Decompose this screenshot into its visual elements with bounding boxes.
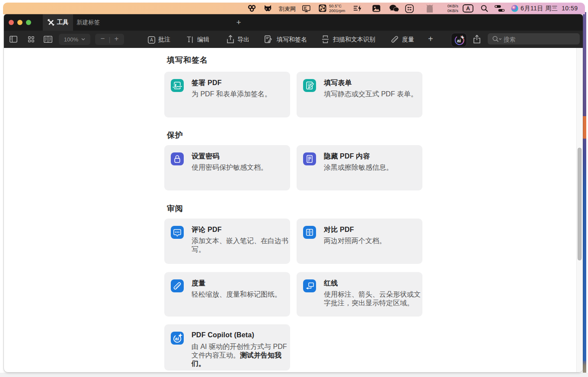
svg-text:ai: ai (457, 38, 461, 43)
svg-text:A: A (150, 37, 153, 42)
svg-text:A: A (466, 6, 470, 12)
